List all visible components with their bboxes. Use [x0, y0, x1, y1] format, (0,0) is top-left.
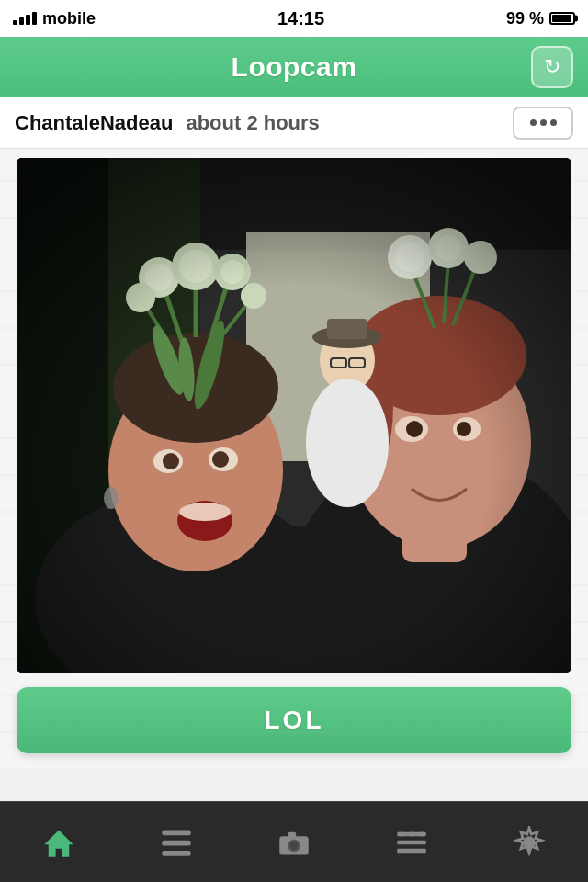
dot1 — [530, 119, 537, 126]
more-options-button[interactable] — [513, 107, 573, 140]
svg-rect-65 — [397, 848, 426, 853]
carrier-label: mobile — [42, 9, 96, 28]
app-header: Loopcam ↻ — [0, 37, 588, 97]
svg-point-61 — [290, 841, 299, 849]
tab-camera[interactable] — [235, 802, 353, 882]
svg-rect-57 — [162, 840, 191, 845]
svg-rect-62 — [288, 831, 296, 837]
dot2 — [540, 119, 547, 126]
svg-marker-55 — [44, 830, 74, 856]
status-right: 99 % — [506, 9, 575, 28]
lol-button[interactable]: LOL — [17, 687, 571, 753]
photo-image — [17, 158, 571, 673]
svg-rect-58 — [162, 851, 191, 856]
battery-icon — [549, 12, 575, 25]
camera-icon — [277, 826, 311, 859]
tab-tray[interactable] — [353, 802, 470, 882]
home-icon — [42, 826, 75, 859]
post-username: ChantaleNadeau — [15, 111, 173, 135]
post-info-row: ChantaleNadeau about 2 hours — [0, 97, 588, 149]
post-time: about 2 hours — [186, 111, 500, 135]
svg-rect-68 — [420, 831, 424, 836]
svg-rect-64 — [397, 840, 426, 844]
svg-rect-66 — [400, 831, 404, 836]
tab-bar — [0, 801, 588, 882]
svg-rect-67 — [410, 831, 414, 836]
refresh-button[interactable]: ↻ — [531, 46, 573, 88]
tray-icon — [395, 826, 428, 859]
list-icon — [160, 826, 193, 859]
content-area: ? ? ? ? ? ? ? ? ? ? ? ? ? ? — [0, 149, 588, 768]
tab-home[interactable] — [0, 802, 118, 882]
gear-icon — [513, 826, 546, 859]
refresh-icon: ↻ — [544, 55, 560, 79]
lol-label: LOL — [265, 706, 324, 735]
status-left: mobile — [13, 9, 96, 28]
app-title: Loopcam — [232, 51, 357, 83]
tab-settings[interactable] — [470, 802, 588, 882]
tab-feed[interactable] — [118, 802, 235, 882]
status-bar: mobile 14:15 99 % — [0, 0, 588, 37]
dot3 — [550, 119, 557, 126]
post-photo[interactable] — [17, 158, 571, 673]
battery-percent: 99 % — [506, 9, 544, 28]
signal-icon — [13, 12, 37, 25]
svg-rect-56 — [162, 830, 191, 835]
svg-rect-54 — [17, 158, 571, 673]
time-label: 14:15 — [277, 8, 324, 29]
